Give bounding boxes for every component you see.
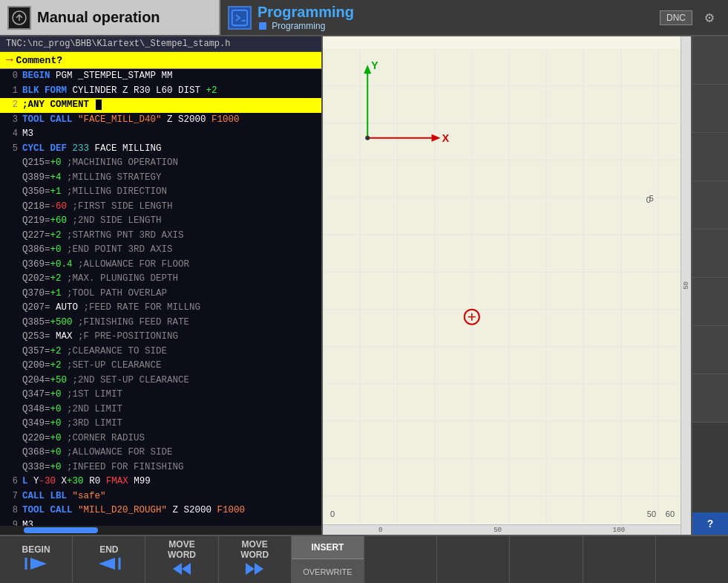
- param-q350[interactable]: Q350=+1 ;MILLING DIRECTION: [0, 185, 321, 200]
- code-line-9[interactable]: 9 M3: [0, 518, 321, 527]
- svg-marker-42: [99, 558, 115, 570]
- param-q370[interactable]: Q370=+1 ;TOOL PATH OVERLAP: [0, 287, 321, 302]
- begin-button[interactable]: BEGIN: [0, 536, 73, 583]
- empty-btn-7: [437, 536, 510, 583]
- viewport-panel: Y X 5 0 50 60 0 50 0 50 100: [323, 36, 691, 535]
- sidebar-btn-8[interactable]: [692, 374, 728, 423]
- param-q220[interactable]: Q220=+0 ;CORNER RADIUS: [0, 431, 321, 446]
- overwrite-label: OVERWRITE: [292, 561, 364, 583]
- svg-point-31: [365, 136, 370, 140]
- move-word-right-label: MOVE WORD: [240, 539, 269, 561]
- empty-btn-9: [583, 536, 656, 583]
- bottom-toolbar: BEGIN END MOVE WORD MOVE WORD: [0, 535, 728, 583]
- h-scroll-thumb[interactable]: [24, 527, 98, 533]
- param-q348[interactable]: Q348=+0 ;2ND LIMIT: [0, 403, 321, 417]
- sidebar-btn-4[interactable]: [692, 181, 728, 229]
- sidebar-btn-3[interactable]: [692, 133, 728, 181]
- param-q218[interactable]: Q218=-60 ;FIRST SIDE LENGTH: [0, 200, 321, 215]
- empty-btn-10: [656, 536, 728, 583]
- move-word-left-label: MOVE WORD: [168, 539, 196, 561]
- insert-overwrite-button[interactable]: INSERT OVERWRITE: [292, 536, 364, 583]
- code-line-1[interactable]: 1 BLK FORM CYLINDER Z R30 L60 DIST +2: [0, 84, 321, 99]
- svg-text:Y: Y: [371, 59, 378, 71]
- svg-text:0: 0: [330, 509, 335, 518]
- comment-label: Comment?: [16, 55, 62, 66]
- svg-rect-2: [259, 22, 266, 30]
- code-line-8[interactable]: 8 TOOL CALL "MILL_D20_ROUGH" Z S2000 F10…: [0, 504, 321, 518]
- manual-op-logo: [7, 6, 31, 30]
- svg-marker-47: [255, 563, 263, 575]
- code-editor[interactable]: 0 BEGIN PGM _STEMPEL_STAMP MM 1 BLK FORM…: [0, 69, 321, 526]
- file-path: TNC:\nc_prog\BHB\Klartext\_Stempel_stamp…: [0, 36, 321, 52]
- sidebar-btn-7[interactable]: [692, 326, 728, 374]
- programming-icon: [228, 6, 252, 30]
- header-left: Manual operation: [0, 0, 220, 35]
- dnc-button[interactable]: DNC: [660, 10, 692, 25]
- move-word-left-icon: [170, 561, 194, 580]
- programming-subtitle: Programming: [258, 21, 354, 32]
- param-q204[interactable]: Q204=+50 ;2ND SET-UP CLEARANCE: [0, 374, 321, 388]
- move-word-left-button[interactable]: MOVE WORD: [145, 536, 218, 583]
- end-icon: [97, 556, 121, 575]
- help-button[interactable]: ?: [692, 512, 728, 535]
- param-q200[interactable]: Q200=+2 ;SET-UP CLEARANCE: [0, 359, 321, 374]
- main-area: TNC:\nc_prog\BHB\Klartext\_Stempel_stamp…: [0, 36, 728, 535]
- svg-text:X: X: [442, 132, 450, 144]
- programming-title-wrap: Programming Programming: [258, 4, 354, 32]
- right-sidebar: ?: [691, 36, 728, 535]
- h-scroll[interactable]: [0, 526, 321, 535]
- svg-text:60: 60: [666, 509, 675, 518]
- param-q202[interactable]: Q202=+2 ;MAX. PLUNGING DEPTH: [0, 272, 321, 287]
- param-q253[interactable]: Q253= MAX ;F PRE-POSITIONING: [0, 330, 321, 345]
- svg-rect-3: [323, 48, 691, 523]
- code-line-3[interactable]: 3 TOOL CALL "FACE_MILL_D40" Z S2000 F100…: [0, 113, 321, 128]
- param-q227[interactable]: Q227=+2 ;STARTNG PNT 3RD AXIS: [0, 229, 321, 244]
- move-word-right-icon: [243, 561, 266, 580]
- manual-op-title: Manual operation: [37, 9, 160, 26]
- code-line-7[interactable]: 7 CALL LBL "safe": [0, 489, 321, 504]
- vertical-scale: 50: [681, 36, 691, 535]
- svg-marker-46: [246, 563, 255, 575]
- svg-marker-45: [182, 563, 191, 575]
- empty-btn-6: [364, 536, 437, 583]
- param-q219[interactable]: Q219=+60 ;2ND SIDE LENGTH: [0, 214, 321, 229]
- empty-btn-8: [510, 536, 583, 583]
- sidebar-btn-1[interactable]: [692, 36, 728, 85]
- header: Manual operation Programming Programming…: [0, 0, 728, 36]
- code-line-0[interactable]: 0 BEGIN PGM _STEMPEL_STAMP MM: [0, 69, 321, 84]
- programming-title: Programming: [258, 4, 354, 21]
- comment-arrow: →: [6, 53, 13, 67]
- code-line-6[interactable]: 6 L Y-30 X+30 R0 FMAX M99: [0, 475, 321, 489]
- move-word-right-button[interactable]: MOVE WORD: [219, 536, 292, 583]
- svg-marker-41: [30, 558, 47, 570]
- header-right: Programming Programming DNC ⚙: [220, 0, 728, 35]
- svg-marker-44: [173, 563, 182, 575]
- code-line-5[interactable]: 5 CYCL DEF 233 FACE MILLING: [0, 142, 321, 157]
- sidebar-btn-2[interactable]: [692, 85, 728, 133]
- horizontal-scale: 0 50 100: [323, 524, 681, 535]
- param-q386[interactable]: Q386=+0 ;END POINT 3RD AXIS: [0, 243, 321, 258]
- begin-label: BEGIN: [22, 544, 50, 555]
- param-q215[interactable]: Q215=+0 ;MACHINING OPERATION: [0, 156, 321, 171]
- sidebar-btn-5[interactable]: [692, 229, 728, 278]
- param-q338[interactable]: Q338=+0 ;INFEED FOR FINISHING: [0, 460, 321, 475]
- comment-bar: → Comment?: [0, 52, 321, 69]
- end-label: END: [99, 544, 118, 555]
- param-q207[interactable]: Q207= AUTO ;FEED RATE FOR MILLNG: [0, 301, 321, 316]
- param-q369[interactable]: Q369=+0.4 ;ALLOWANCE FOR FLOOR: [0, 258, 321, 273]
- settings-icon[interactable]: ⚙: [698, 7, 721, 29]
- param-q349[interactable]: Q349=+0 ;3RD LIMIT: [0, 417, 321, 431]
- svg-text:50: 50: [647, 509, 656, 518]
- param-q347[interactable]: Q347=+0 ;1ST LIMIT: [0, 388, 321, 403]
- end-button[interactable]: END: [73, 536, 145, 583]
- code-panel: TNC:\nc_prog\BHB\Klartext\_Stempel_stamp…: [0, 36, 323, 535]
- begin-icon: [24, 556, 48, 575]
- param-q368[interactable]: Q368=+0 ;ALLOWANCE FOR SIDE: [0, 446, 321, 460]
- param-q357[interactable]: Q357=+2 ;CLEARANCE TO SIDE: [0, 345, 321, 359]
- param-q385[interactable]: Q385=+500 ;FINISHING FEED RATE: [0, 316, 321, 330]
- code-line-4[interactable]: 4 M3: [0, 127, 321, 142]
- param-q389[interactable]: Q389=+4 ;MILLING STRATEGY: [0, 171, 321, 186]
- code-line-2[interactable]: 2 ;ANY COMMENT: [0, 98, 321, 113]
- insert-label: INSERT: [292, 536, 364, 559]
- sidebar-btn-6[interactable]: [692, 278, 728, 326]
